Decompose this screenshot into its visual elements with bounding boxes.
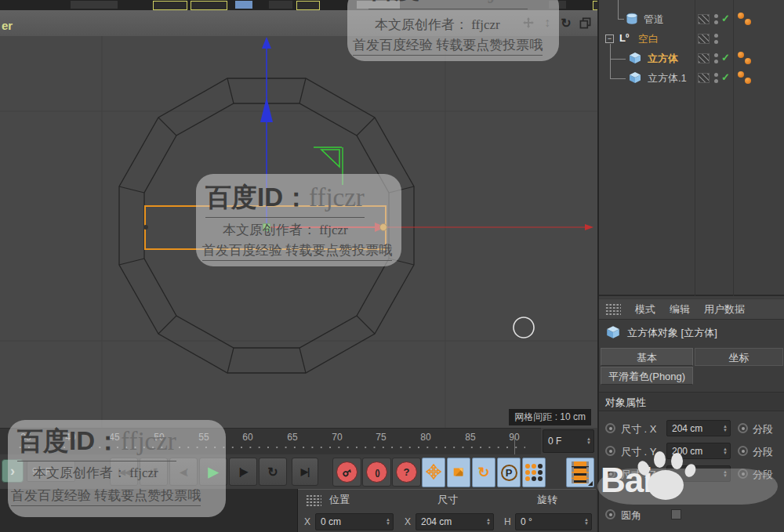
keyframe-radio-icon[interactable] [605, 469, 615, 479]
object-label[interactable]: 管道 [644, 13, 664, 27]
z-axis-handle-square[interactable] [263, 224, 270, 231]
previous-key-button[interactable]: ↺ [140, 458, 168, 486]
tag-dot[interactable] [738, 52, 744, 58]
key-rotation-button[interactable]: ↻ [472, 458, 495, 487]
go-to-start-button[interactable]: |◀◀ [110, 458, 138, 486]
editor-visibility-dot[interactable] [714, 14, 718, 18]
expander-icon[interactable]: − [605, 34, 614, 43]
tag-dot[interactable] [745, 58, 751, 64]
keyframe-radio-icon[interactable] [605, 423, 615, 433]
position-x-field[interactable]: 0 cm ▲▼ [315, 513, 394, 530]
texture-hatch-box[interactable] [698, 53, 710, 63]
key-position-button[interactable] [422, 458, 445, 487]
texture-hatch-box[interactable] [698, 34, 710, 44]
attr-row-fillet: 圆角 [599, 503, 784, 526]
tab-coordinates[interactable]: 坐标 [695, 348, 783, 366]
render-visibility-dot[interactable] [714, 79, 718, 83]
tick-label: 70 [332, 432, 342, 443]
zoom-view-icon[interactable]: ↕ [539, 15, 555, 31]
object-label[interactable]: 立方体.1 [648, 71, 687, 85]
menu-userdata[interactable]: 用户数据 [704, 302, 745, 317]
autokey-button[interactable]: ( ) [362, 458, 391, 487]
pan-view-icon[interactable] [521, 15, 536, 31]
previous-frame-button[interactable]: ◀( [169, 458, 198, 486]
toggle-view-icon[interactable] [577, 15, 593, 31]
tag-dot[interactable] [738, 71, 744, 78]
render-visibility-dot[interactable] [714, 40, 718, 44]
enabled-check-icon[interactable]: ✓ [721, 71, 730, 83]
tick-label: 45 [109, 432, 119, 443]
fillet-checkbox[interactable] [671, 509, 681, 519]
make-preview-button[interactable] [566, 458, 594, 487]
x-scale-handle-dot[interactable] [380, 224, 387, 231]
timeline-ruler[interactable]: 35 40 45 50 55 60 65 70 75 80 85 90 [0, 428, 541, 455]
left-handle-dot[interactable] [143, 225, 148, 230]
y-axis-arrowhead[interactable] [260, 97, 273, 122]
keyframe-radio-icon[interactable] [738, 469, 748, 479]
tick-label: 35 [20, 432, 31, 443]
go-to-end-button[interactable]: ▶| [292, 458, 318, 486]
object-label[interactable]: 立方体 [648, 52, 678, 66]
materials-area[interactable] [0, 489, 298, 532]
object-properties-header[interactable]: 对象属性 [599, 392, 784, 411]
attr-right-label: 分段 [753, 422, 773, 436]
object-row-null[interactable]: − L0 空白 [599, 29, 784, 49]
editor-visibility-dot[interactable] [714, 73, 718, 77]
menu-mode[interactable]: 模式 [635, 302, 655, 317]
loop-button[interactable]: ↻ [259, 458, 287, 486]
render-visibility-dot[interactable] [714, 20, 718, 24]
texture-hatch-box[interactable] [698, 14, 710, 24]
keyframe-radio-icon[interactable] [605, 446, 615, 456]
keyframe-radio-icon[interactable] [605, 509, 615, 519]
size-z-field[interactable]: ▲▼ [666, 465, 731, 482]
size-y-field[interactable]: 200 cm ▲▼ [666, 443, 731, 459]
key-icon [336, 461, 358, 483]
keyframe-radio-icon[interactable] [738, 423, 748, 433]
timeline-scroll-handle[interactable]: › [2, 459, 24, 483]
viewport-canvas[interactable]: 网格间距 : 10 cm [0, 36, 597, 428]
parentheses-icon: ( ) [366, 461, 387, 483]
tag-dot[interactable] [745, 19, 751, 25]
toolbar-fragment [71, 1, 118, 9]
object-row-pipe[interactable]: 管道 ✓ [599, 9, 784, 29]
size-x-field[interactable]: 204 cm ▲▼ [666, 420, 731, 436]
tag-dot[interactable] [745, 78, 751, 84]
grip-dots-icon[interactable] [306, 494, 321, 506]
object-row-cube[interactable]: 立方体 ✓ [599, 49, 784, 68]
rotate-view-icon[interactable]: ↻ [558, 15, 574, 31]
menu-edit[interactable]: 编辑 [670, 302, 690, 317]
render-visibility-dot[interactable] [714, 60, 718, 63]
editor-visibility-dot[interactable] [714, 34, 718, 38]
key-pla-button[interactable] [522, 458, 546, 487]
size-x-bottom-field[interactable]: 204 cm ▲▼ [416, 513, 494, 530]
object-row-cube1[interactable]: 立方体.1 ✓ [599, 68, 784, 88]
coord-header-size: 尺寸 [437, 493, 458, 507]
current-frame-field[interactable]: 0 F ▲▼ [543, 429, 594, 453]
keyframe-radio-icon[interactable] [738, 446, 748, 456]
object-label[interactable]: 空白 [638, 32, 659, 46]
end-frame-field[interactable]: 90 F ▲▼ [27, 461, 75, 482]
editor-visibility-dot[interactable] [714, 53, 718, 57]
key-parameter-button[interactable]: P [497, 458, 521, 487]
grip-dots-icon[interactable] [605, 303, 621, 315]
tag-dot[interactable] [738, 13, 744, 19]
keyframe-selection-button[interactable]: ? [392, 458, 421, 487]
pipe-object-icon [625, 12, 639, 26]
record-keyframe-button[interactable] [332, 458, 361, 487]
plane-bracket-triangle[interactable] [321, 150, 339, 167]
right-panel: 管道 ✓ − L0 空白 [597, 0, 784, 532]
attr-label: 尺寸 . X [621, 422, 657, 436]
play-button[interactable]: ▶ [199, 458, 227, 486]
c4d-window: er ↕ ↻ [0, 0, 784, 532]
tab-phong[interactable]: 平滑着色(Phong) [601, 367, 693, 385]
rotation-h-field[interactable]: 0 ° ▲▼ [515, 513, 592, 530]
key-scale-button[interactable] [447, 458, 470, 487]
enabled-check-icon[interactable]: ✓ [721, 13, 730, 24]
enabled-check-icon[interactable]: ✓ [721, 52, 730, 63]
texture-hatch-box[interactable] [698, 73, 710, 83]
attr-label: 圆角 [621, 508, 641, 523]
next-frame-button[interactable]: |▶ [229, 458, 257, 486]
viewport-menubar: er ↕ ↻ [0, 10, 597, 37]
attribute-object-title-row: 立方体对象 [立方体] [599, 321, 784, 345]
tab-basic[interactable]: 基本 [601, 348, 693, 366]
